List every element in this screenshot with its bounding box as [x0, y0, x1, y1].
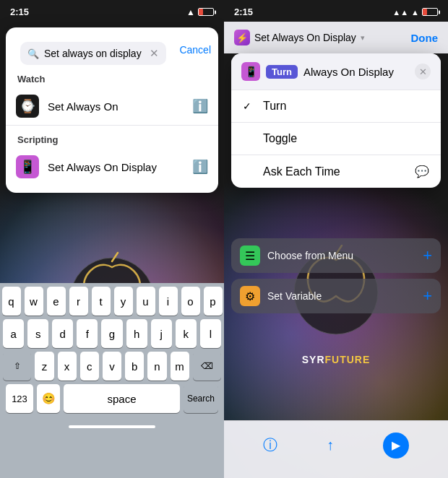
dropdown-overlay[interactable]: 📱 Turn Always On Display ✕ ✓ Turn Toggle… — [231, 53, 441, 188]
dropdown-option-turn[interactable]: ✓ Turn — [231, 90, 441, 123]
status-icons-right: ▲▲ ▲ — [392, 8, 438, 17]
toolbar-settings-button[interactable]: ⓘ — [263, 435, 277, 455]
time-right: 2:15 — [234, 6, 253, 17]
battery-icon-left — [198, 8, 214, 16]
key-x[interactable]: x — [58, 352, 77, 381]
header-chevron-icon: ▾ — [361, 33, 365, 43]
actions-area: ☰ Choose from Menu + ⚙ Set Variable + — [231, 238, 441, 319]
result-label-set-always-on-display: Set Always On Display — [48, 161, 184, 173]
key-123[interactable]: 123 — [6, 384, 33, 413]
key-p[interactable]: p — [204, 287, 223, 316]
dropdown-header: 📱 Turn Always On Display ✕ — [231, 53, 441, 90]
key-c[interactable]: c — [80, 352, 99, 381]
info-icon-watch[interactable]: ℹ️ — [192, 98, 208, 114]
search-clear-icon[interactable]: ✕ — [150, 47, 159, 60]
status-bar-left: 2:15 ▲ — [0, 0, 224, 20]
key-e[interactable]: e — [47, 287, 66, 316]
search-bar[interactable]: 🔍 Set always on display ✕ — [20, 42, 166, 65]
key-k[interactable]: k — [176, 319, 197, 348]
choose-menu-plus-icon[interactable]: + — [423, 246, 432, 265]
key-emoji[interactable]: 😊 — [37, 384, 60, 413]
result-label-set-always-on: Set Always On — [48, 100, 184, 113]
dropdown-option-ask-each-time[interactable]: Ask Each Time 💬 — [231, 155, 441, 188]
key-n[interactable]: n — [147, 352, 166, 381]
shortcuts-title-area[interactable]: ⚡ Set Always On Display ▾ — [234, 30, 365, 45]
search-input[interactable]: Set always on display — [44, 48, 145, 59]
toolbar-share-button[interactable]: ↑ — [327, 437, 334, 453]
checkmark-turn: ✓ — [243, 100, 256, 112]
shortcuts-app-icon: ⚡ — [234, 30, 250, 45]
key-y[interactable]: y — [114, 287, 133, 316]
set-variable-icon: ⚙ — [240, 286, 260, 306]
key-w[interactable]: w — [25, 287, 43, 316]
key-g[interactable]: g — [101, 319, 122, 348]
option-label-toggle: Toggle — [263, 132, 297, 145]
key-l[interactable]: l — [200, 319, 221, 348]
status-bar-right: 2:15 ▲▲ ▲ — [224, 0, 448, 20]
key-o[interactable]: o — [181, 287, 200, 316]
bottom-toolbar: ⓘ ↑ ▶ — [224, 420, 448, 478]
run-icon: ▶ — [392, 438, 400, 452]
search-card: 🔍 Set always on display ✕ Cancel Watch ⌚… — [6, 27, 218, 193]
share-icon: ↑ — [327, 437, 334, 453]
dropdown-turn-badge[interactable]: Turn — [266, 65, 298, 79]
key-search[interactable]: Search — [184, 384, 218, 413]
key-s[interactable]: s — [27, 319, 48, 348]
home-bar-left — [0, 417, 224, 430]
key-z[interactable]: z — [35, 352, 53, 381]
key-shift[interactable]: ⇧ — [3, 352, 31, 381]
done-button[interactable]: Done — [411, 32, 439, 44]
scripting-section-header: Scripting — [6, 126, 218, 148]
key-u[interactable]: u — [137, 287, 155, 316]
dropdown-option-toggle[interactable]: Toggle — [231, 123, 441, 155]
keyboard[interactable]: q w e r t y u i o p a s d f g h j k l ⇧ … — [0, 283, 224, 478]
syrfuture-watermark-right: SYRFUTURE — [302, 354, 371, 365]
info-icon-scripting[interactable]: ℹ️ — [192, 159, 208, 175]
shortcuts-header-title: Set Always On Display — [254, 32, 356, 43]
key-m[interactable]: m — [171, 352, 189, 381]
key-space[interactable]: space — [64, 384, 180, 413]
option-label-turn: Turn — [263, 100, 286, 113]
key-a[interactable]: a — [3, 319, 24, 348]
key-v[interactable]: v — [103, 352, 121, 381]
battery-icon-right — [422, 8, 438, 16]
phone-icon: 📱 — [16, 155, 39, 178]
keyboard-row-1: q w e r t y u i o p — [0, 283, 224, 316]
key-t[interactable]: t — [92, 287, 111, 316]
key-d[interactable]: d — [52, 319, 73, 348]
shortcuts-header: ⚡ Set Always On Display ▾ Done — [224, 22, 448, 53]
set-variable-plus-icon[interactable]: + — [423, 287, 432, 305]
action-choose-from-menu[interactable]: ☰ Choose from Menu + — [231, 238, 441, 273]
result-set-always-on[interactable]: ⌚ Set Always On ℹ️ — [6, 87, 218, 126]
key-q[interactable]: q — [2, 287, 21, 316]
result-set-always-on-display[interactable]: 📱 Set Always On Display ℹ️ — [6, 148, 218, 186]
key-f[interactable]: f — [77, 319, 98, 348]
run-button[interactable]: ▶ — [383, 433, 409, 459]
keyboard-row-3: ⇧ z x c v b n m ⌫ — [0, 348, 224, 381]
wifi-icon-left: ▲ — [186, 7, 195, 17]
choose-menu-text: Choose from Menu — [267, 249, 423, 262]
set-variable-label: Set Variable — [267, 290, 322, 302]
key-backspace[interactable]: ⌫ — [193, 352, 221, 381]
set-variable-text: Set Variable — [267, 290, 423, 303]
search-cancel-button[interactable]: Cancel — [179, 44, 211, 56]
right-panel: SYRFUTURE 2:15 ▲▲ ▲ ⚡ Set Always On Disp… — [224, 0, 448, 478]
status-icons-left: ▲ — [186, 7, 214, 17]
key-b[interactable]: b — [125, 352, 144, 381]
action-set-variable[interactable]: ⚙ Set Variable + — [231, 279, 441, 313]
dropdown-icon: 📱 — [241, 62, 260, 81]
bubble-icon: 💬 — [415, 165, 429, 178]
watch-icon: ⌚ — [16, 95, 39, 118]
signal-icon-right: ▲▲ — [392, 8, 408, 17]
key-r[interactable]: r — [69, 287, 88, 316]
keyboard-row-2: a s d f g h j k l — [0, 316, 224, 348]
key-j[interactable]: j — [151, 319, 172, 348]
dropdown-title: Always On Display — [303, 66, 394, 78]
option-label-ask: Ask Each Time — [263, 165, 340, 178]
key-i[interactable]: i — [159, 287, 178, 316]
dropdown-close-button[interactable]: ✕ — [415, 64, 431, 79]
choose-menu-icon: ☰ — [240, 245, 260, 266]
key-h[interactable]: h — [126, 319, 147, 348]
settings-icon: ⓘ — [263, 435, 277, 455]
choose-menu-label: Choose from Menu — [267, 250, 353, 261]
